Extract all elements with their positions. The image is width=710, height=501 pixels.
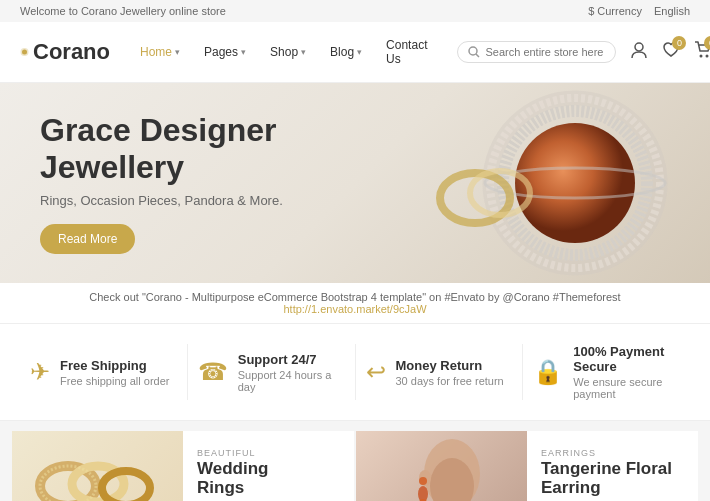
cart-button[interactable]: 0 — [694, 41, 710, 63]
nav-shop[interactable]: Shop ▾ — [260, 39, 316, 65]
nav-home[interactable]: Home ▾ — [130, 39, 190, 65]
pages-arrow: ▾ — [241, 47, 246, 57]
payment-icon: 🔒 — [533, 358, 563, 386]
welcome-text: Welcome to Corano Jewellery online store — [20, 5, 226, 17]
earring-image-svg — [377, 436, 507, 501]
feature-support: ☎ Support 24/7 Support 24 hours a day — [187, 344, 355, 400]
support-desc: Support 24 hours a day — [238, 369, 345, 393]
features-section: ✈ Free Shipping Free shipping all order … — [0, 324, 710, 421]
feature-support-text: Support 24/7 Support 24 hours a day — [238, 352, 345, 393]
rings-image-svg — [33, 436, 163, 501]
nav-pages[interactable]: Pages ▾ — [194, 39, 256, 65]
search-icon — [468, 46, 480, 58]
wishlist-badge: 0 — [672, 36, 686, 50]
shipping-desc: Free shipping all order — [60, 375, 169, 387]
svg-point-4 — [635, 43, 643, 51]
rings-name: Wedding Rings — [197, 460, 268, 497]
hero-title: Grace Designer Jewellery — [40, 112, 283, 186]
return-desc: 30 days for free return — [396, 375, 504, 387]
language-selector[interactable]: English — [654, 5, 690, 17]
main-nav: Home ▾ Pages ▾ Shop ▾ Blog ▾ Contact Us — [130, 32, 437, 72]
product-card-wedding-rings: BEAUTIFUL Wedding Rings Shop Now — [12, 431, 354, 501]
currency-selector[interactable]: $ Currency — [588, 5, 642, 17]
svg-point-2 — [469, 47, 477, 55]
logo-text: Corano — [33, 39, 110, 65]
logo-icon — [20, 43, 29, 61]
product-info-rings: BEAUTIFUL Wedding Rings Shop Now — [183, 431, 282, 501]
svg-point-21 — [419, 477, 427, 485]
svg-point-5 — [700, 55, 703, 58]
rings-category: BEAUTIFUL — [197, 448, 268, 458]
header-right: 0 0 — [457, 41, 710, 63]
search-input[interactable] — [485, 46, 605, 58]
shipping-icon: ✈ — [30, 358, 50, 386]
nav-contact[interactable]: Contact Us — [376, 32, 437, 72]
hero-jewelry-image — [355, 83, 675, 283]
home-arrow: ▾ — [175, 47, 180, 57]
feature-shipping: ✈ Free Shipping Free shipping all order — [20, 344, 187, 400]
product-image-earring — [356, 431, 527, 501]
feature-return-text: Money Return 30 days for free return — [396, 358, 504, 387]
feature-shipping-text: Free Shipping Free shipping all order — [60, 358, 169, 387]
svg-point-9 — [515, 123, 635, 243]
header: Corano Home ▾ Pages ▾ Shop ▾ Blog ▾ Cont… — [0, 22, 710, 83]
product-image-rings — [12, 431, 183, 501]
top-bar: Welcome to Corano Jewellery online store… — [0, 0, 710, 22]
cart-badge: 0 — [704, 36, 710, 50]
promo-text: Check out "Corano - Multipurpose eCommer… — [89, 291, 620, 303]
hero-content: Grace Designer Jewellery Rings, Occasion… — [0, 83, 323, 283]
shop-arrow: ▾ — [301, 47, 306, 57]
shipping-title: Free Shipping — [60, 358, 169, 373]
support-icon: ☎ — [198, 358, 228, 386]
payment-title: 100% Payment Secure — [573, 344, 680, 374]
return-title: Money Return — [396, 358, 504, 373]
search-box[interactable] — [457, 41, 616, 63]
promo-link[interactable]: http://1.envato.market/9cJaW — [283, 303, 426, 315]
nav-blog[interactable]: Blog ▾ — [320, 39, 372, 65]
blog-arrow: ▾ — [357, 47, 362, 57]
hero-subtitle: Rings, Occasion Pieces, Pandora & More. — [40, 193, 283, 208]
product-card-earring: EARRINGS Tangerine Floral Earring Shop N… — [356, 431, 698, 501]
account-button[interactable] — [630, 41, 648, 63]
promo-bar: Check out "Corano - Multipurpose eCommer… — [0, 283, 710, 324]
product-info-earring: EARRINGS Tangerine Floral Earring Shop N… — [527, 431, 686, 501]
earring-category: EARRINGS — [541, 448, 672, 458]
wishlist-button[interactable]: 0 — [662, 41, 680, 63]
product-grid: BEAUTIFUL Wedding Rings Shop Now — [0, 421, 710, 501]
account-icon — [630, 41, 648, 59]
svg-point-6 — [706, 55, 709, 58]
hero-section: Grace Designer Jewellery Rings, Occasion… — [0, 83, 710, 283]
feature-return: ↩ Money Return 30 days for free return — [355, 344, 523, 400]
feature-payment-text: 100% Payment Secure We ensure secure pay… — [573, 344, 680, 400]
top-bar-right: $ Currency English — [588, 5, 690, 17]
support-title: Support 24/7 — [238, 352, 345, 367]
return-icon: ↩ — [366, 358, 386, 386]
payment-desc: We ensure secure payment — [573, 376, 680, 400]
hero-image — [320, 83, 711, 283]
svg-line-3 — [476, 54, 479, 57]
feature-payment: 🔒 100% Payment Secure We ensure secure p… — [522, 344, 690, 400]
earring-name: Tangerine Floral Earring — [541, 460, 672, 497]
svg-point-1 — [22, 50, 27, 55]
logo[interactable]: Corano — [20, 39, 110, 65]
hero-cta-button[interactable]: Read More — [40, 224, 135, 254]
